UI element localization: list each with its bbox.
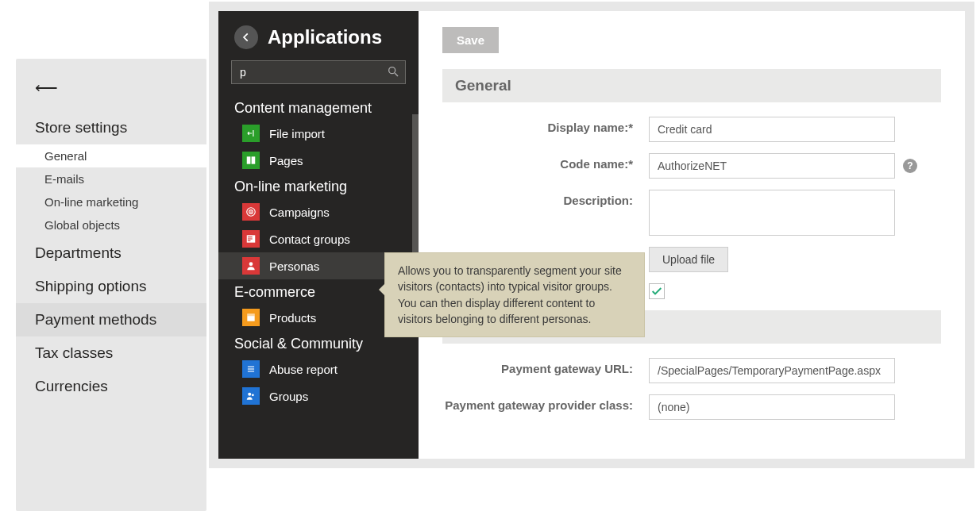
report-icon <box>242 360 260 378</box>
persona-icon <box>242 257 260 275</box>
row-description: Description: <box>442 190 941 236</box>
svg-point-19 <box>252 394 254 396</box>
apps-item-groups[interactable]: Groups <box>218 383 419 409</box>
form-area: Save General Display name:* Code name:* … <box>419 11 965 459</box>
personas-tooltip: Allows you to transparently segment your… <box>384 252 645 337</box>
nav-item-global-objects[interactable]: Global objects <box>16 213 206 236</box>
svg-rect-15 <box>248 367 254 367</box>
apps-search-wrap <box>231 60 406 84</box>
nav-item-general[interactable]: General <box>16 144 206 167</box>
row-code-name: Code name:* ? <box>442 153 941 179</box>
apps-item-label: Pages <box>269 154 303 167</box>
applications-modal: Applications Content management File imp… <box>218 11 965 459</box>
input-gateway-class[interactable] <box>649 394 895 420</box>
svg-rect-4 <box>252 156 256 163</box>
upload-file-button[interactable]: Upload file <box>649 247 728 272</box>
textarea-description[interactable] <box>649 190 895 236</box>
pages-icon <box>242 152 260 169</box>
apps-item-label: Campaigns <box>269 206 330 219</box>
contacts-icon <box>242 230 260 248</box>
apps-item-label: Abuse report <box>269 363 338 376</box>
nav-item-emails[interactable]: E-mails <box>16 167 206 190</box>
checkbox-enabled[interactable] <box>649 283 665 299</box>
apps-title: Applications <box>268 26 382 48</box>
apps-cat-marketing: On-line marketing <box>218 174 419 198</box>
input-display-name[interactable] <box>649 117 895 142</box>
save-button[interactable]: Save <box>442 27 499 53</box>
groups-icon <box>242 387 260 405</box>
svg-rect-10 <box>248 238 253 239</box>
section-general: General <box>442 69 941 102</box>
chevron-left-icon <box>241 32 252 43</box>
nav-section-tax-classes[interactable]: Tax classes <box>16 336 206 370</box>
svg-point-12 <box>249 262 253 266</box>
label-code-name: Code name:* <box>442 153 649 171</box>
help-icon[interactable]: ? <box>903 159 917 173</box>
store-settings-panel: ⟵ Store settings General E-mails On-line… <box>16 59 206 511</box>
svg-rect-3 <box>247 156 251 163</box>
apps-search-input[interactable] <box>231 60 406 84</box>
svg-point-0 <box>389 67 395 74</box>
applications-sidebar: Applications Content management File imp… <box>218 11 419 459</box>
label-upload <box>442 247 649 251</box>
label-gateway-class: Payment gateway provider class: <box>442 394 649 412</box>
svg-rect-17 <box>248 371 254 371</box>
nav-item-online-marketing[interactable]: On-line marketing <box>16 190 206 213</box>
apps-item-file-import[interactable]: File import <box>218 120 419 147</box>
apps-item-contact-groups[interactable]: Contact groups <box>218 225 419 252</box>
label-gateway-url: Payment gateway URL: <box>442 358 649 375</box>
apps-cat-content: Content management <box>218 95 419 120</box>
apps-item-label: Products <box>269 311 316 325</box>
apps-back-button[interactable] <box>234 25 258 49</box>
svg-point-18 <box>248 393 251 396</box>
apps-item-label: Groups <box>269 390 308 403</box>
input-gateway-url[interactable] <box>649 358 895 383</box>
svg-rect-9 <box>248 236 253 237</box>
nav-section-shipping[interactable]: Shipping options <box>16 270 206 303</box>
nav-section-currencies[interactable]: Currencies <box>16 370 206 403</box>
apps-item-label: Contact groups <box>269 233 350 246</box>
back-arrow-icon[interactable]: ⟵ <box>35 78 206 97</box>
label-display-name: Display name:* <box>442 117 649 134</box>
file-import-icon <box>242 125 260 142</box>
svg-line-1 <box>395 73 398 76</box>
search-icon[interactable] <box>387 65 399 78</box>
apps-item-label: Personas <box>269 260 319 273</box>
nav-section-payment-methods[interactable]: Payment methods <box>16 303 206 336</box>
apps-item-pages[interactable]: Pages <box>218 147 419 174</box>
svg-rect-16 <box>248 368 254 369</box>
svg-rect-11 <box>248 240 251 241</box>
apps-item-label: File import <box>269 127 325 140</box>
product-icon <box>242 309 260 326</box>
row-display-name: Display name:* <box>442 117 941 142</box>
input-code-name[interactable] <box>649 153 895 179</box>
svg-point-7 <box>250 211 252 213</box>
row-gateway-url: Payment gateway URL: <box>442 358 941 383</box>
apps-item-abuse-report[interactable]: Abuse report <box>218 356 419 383</box>
row-gateway-class: Payment gateway provider class: <box>442 394 941 420</box>
nav-section-departments[interactable]: Departments <box>16 236 206 270</box>
nav-section-store-settings[interactable]: Store settings <box>16 111 206 144</box>
target-icon <box>242 203 260 221</box>
apps-item-campaigns[interactable]: Campaigns <box>218 198 419 225</box>
label-description: Description: <box>442 190 649 207</box>
svg-rect-14 <box>247 313 254 316</box>
